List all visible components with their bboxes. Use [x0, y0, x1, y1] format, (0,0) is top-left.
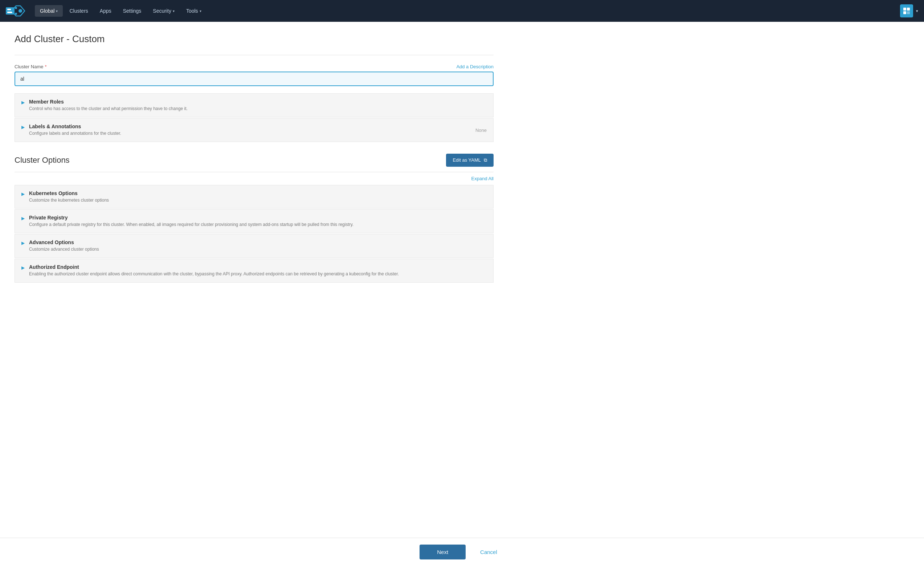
kubernetes-options-accordion[interactable]: ▶ Kubernetes Options Customize the kuber…: [15, 185, 494, 209]
authorized-endpoint-title: Authorized Endpoint: [29, 264, 487, 270]
advanced-options-header[interactable]: ▶ Advanced Options Customize advanced cl…: [15, 234, 493, 257]
cluster-name-input[interactable]: [15, 72, 494, 86]
nav-item-tools[interactable]: Tools ▾: [181, 5, 207, 17]
svg-point-5: [15, 13, 17, 15]
advanced-options-arrow: ▶: [21, 241, 25, 245]
nav-clusters-label: Clusters: [69, 8, 88, 14]
labels-annotations-arrow: ▶: [21, 125, 25, 130]
member-roles-text: Member Roles Control who has access to t…: [29, 99, 487, 112]
add-description-link[interactable]: Add a Description: [456, 64, 494, 69]
member-roles-header[interactable]: ▶ Member Roles Control who has access to…: [15, 94, 493, 117]
advanced-options-desc: Customize advanced cluster options: [29, 246, 487, 253]
nav-tools-chevron: ▾: [200, 9, 201, 13]
member-roles-arrow: ▶: [21, 100, 25, 105]
title-divider: [15, 55, 494, 55]
private-registry-arrow: ▶: [21, 216, 25, 221]
authorized-endpoint-arrow: ▶: [21, 265, 25, 270]
user-avatar-button[interactable]: [900, 5, 913, 17]
nav-tools-label: Tools: [186, 8, 198, 14]
cluster-options-title: Cluster Options: [15, 155, 70, 165]
private-registry-header[interactable]: ▶ Private Registry Configure a default p…: [15, 209, 493, 233]
svg-rect-2: [7, 12, 12, 13]
svg-rect-8: [903, 11, 906, 14]
authorized-endpoint-header[interactable]: ▶ Authorized Endpoint Enabling the autho…: [15, 259, 493, 282]
footer-spacer: [15, 283, 494, 312]
user-menu-chevron[interactable]: ▾: [916, 9, 918, 14]
svg-rect-9: [907, 11, 910, 14]
expand-all-link[interactable]: Expand All: [471, 176, 494, 181]
logo[interactable]: [6, 4, 28, 18]
cluster-name-label-left: Cluster Name *: [15, 64, 47, 69]
navigation: Global ▾ Clusters Apps Settings Security…: [0, 0, 924, 22]
advanced-options-accordion[interactable]: ▶ Advanced Options Customize advanced cl…: [15, 234, 494, 258]
nav-security-chevron: ▾: [173, 9, 175, 13]
labels-annotations-accordion[interactable]: ▶ Labels & Annotations Configure labels …: [15, 118, 494, 142]
nav-security-label: Security: [153, 8, 171, 14]
svg-point-3: [18, 9, 22, 13]
labels-annotations-header[interactable]: ▶ Labels & Annotations Configure labels …: [15, 119, 493, 142]
private-registry-text: Private Registry Configure a default pri…: [29, 215, 487, 228]
kubernetes-options-arrow: ▶: [21, 191, 25, 197]
cluster-name-label-text: Cluster Name: [15, 64, 43, 69]
labels-annotations-title: Labels & Annotations: [29, 123, 487, 129]
nav-item-global[interactable]: Global ▾: [35, 5, 63, 17]
kubernetes-options-text: Kubernetes Options Customize the kuberne…: [29, 190, 487, 203]
private-registry-accordion[interactable]: ▶ Private Registry Configure a default p…: [15, 209, 494, 233]
labels-annotations-desc: Configure labels and annotations for the…: [29, 130, 487, 137]
page-title: Add Cluster - Custom: [15, 33, 494, 45]
labels-annotations-badge: None: [476, 127, 487, 132]
kubernetes-options-header[interactable]: ▶ Kubernetes Options Customize the kuber…: [15, 185, 493, 209]
required-indicator: *: [45, 64, 46, 69]
advanced-options-title: Advanced Options: [29, 239, 487, 245]
nav-item-security[interactable]: Security ▾: [148, 5, 180, 17]
authorized-endpoint-accordion[interactable]: ▶ Authorized Endpoint Enabling the autho…: [15, 259, 494, 283]
nav-right: ▾: [900, 5, 918, 17]
svg-rect-6: [903, 8, 906, 11]
nav-items: Global ▾ Clusters Apps Settings Security…: [35, 5, 900, 17]
private-registry-desc: Configure a default private registry for…: [29, 221, 487, 228]
kubernetes-options-title: Kubernetes Options: [29, 190, 487, 196]
nav-settings-label: Settings: [123, 8, 141, 14]
svg-rect-7: [907, 8, 910, 11]
cluster-name-label-row: Cluster Name * Add a Description: [15, 64, 494, 69]
nav-apps-label: Apps: [100, 8, 111, 14]
cluster-name-section: Cluster Name * Add a Description: [15, 64, 494, 86]
private-registry-title: Private Registry: [29, 215, 487, 221]
nav-item-settings[interactable]: Settings: [118, 5, 147, 17]
authorized-endpoint-text: Authorized Endpoint Enabling the authori…: [29, 264, 487, 277]
member-roles-desc: Control who has access to the cluster an…: [29, 106, 487, 112]
svg-rect-1: [7, 9, 11, 10]
nav-item-apps[interactable]: Apps: [95, 5, 117, 17]
main-content: Add Cluster - Custom Cluster Name * Add …: [0, 22, 508, 324]
svg-point-4: [15, 7, 17, 9]
edit-yaml-label: Edit as YAML: [453, 157, 481, 163]
kubernetes-options-desc: Customize the kubernetes cluster options: [29, 197, 487, 203]
nav-item-clusters[interactable]: Clusters: [64, 5, 93, 17]
cluster-options-header: Cluster Options Edit as YAML ⧉: [15, 154, 494, 167]
nav-global-label: Global: [40, 8, 54, 14]
labels-annotations-text: Labels & Annotations Configure labels an…: [29, 123, 487, 137]
edit-yaml-button[interactable]: Edit as YAML ⧉: [446, 154, 494, 167]
member-roles-title: Member Roles: [29, 99, 487, 105]
authorized-endpoint-desc: Enabling the authorized cluster endpoint…: [29, 271, 487, 277]
advanced-options-text: Advanced Options Customize advanced clus…: [29, 239, 487, 253]
yaml-copy-icon: ⧉: [484, 157, 487, 163]
expand-all-row: Expand All: [15, 172, 494, 185]
nav-global-chevron: ▾: [56, 9, 58, 13]
member-roles-accordion[interactable]: ▶ Member Roles Control who has access to…: [15, 93, 494, 117]
